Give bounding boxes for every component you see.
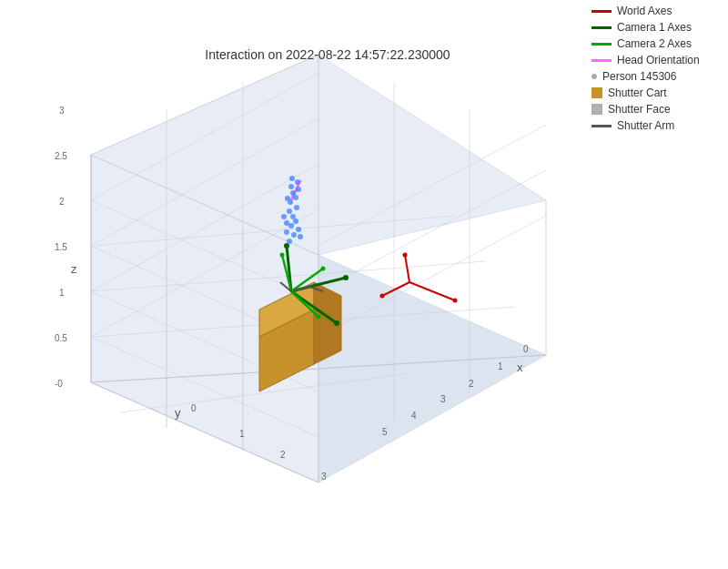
legend-label-person: Person 145306 [602, 70, 676, 83]
world-axes-icon [592, 10, 612, 13]
svg-line-61 [405, 255, 410, 282]
svg-line-60 [410, 282, 455, 300]
svg-point-78 [321, 267, 326, 271]
camera2-axes-icon [592, 43, 612, 46]
svg-text:z: z [71, 262, 77, 276]
svg-point-65 [380, 294, 385, 299]
svg-point-92 [287, 208, 292, 214]
3d-scene-svg: z -0 0.5 1 1.5 2 2.5 3 y 0 1 2 3 x 0 1 2… [0, 0, 592, 569]
legend-label-world-axes: World Axes [617, 5, 672, 17]
legend-label-shutter-arm: Shutter Arm [617, 119, 674, 132]
svg-text:1: 1 [239, 429, 245, 439]
camera1-axes-icon [592, 26, 612, 29]
legend-label-head-orientation: Head Orientation [617, 54, 700, 66]
svg-point-96 [290, 190, 296, 196]
svg-point-98 [285, 196, 290, 201]
shutter-cart-icon [592, 87, 602, 98]
legend-item-person: Person 145306 [592, 70, 714, 83]
shutter-face-icon [592, 104, 602, 115]
legend-item-shutter-face: Shutter Face [592, 103, 714, 116]
svg-point-87 [296, 227, 301, 232]
svg-text:2: 2 [280, 450, 286, 460]
svg-point-101 [289, 176, 295, 181]
svg-text:2: 2 [469, 379, 474, 389]
svg-text:0: 0 [523, 344, 529, 354]
svg-point-74 [284, 243, 289, 249]
legend-item-shutter-arm: Shutter Arm [592, 119, 714, 132]
svg-point-63 [453, 299, 458, 303]
svg-text:3: 3 [321, 472, 327, 482]
legend-label-shutter-face: Shutter Face [608, 103, 671, 116]
head-orientation-icon [592, 59, 612, 62]
svg-text:1: 1 [59, 288, 65, 298]
svg-point-97 [296, 187, 301, 192]
svg-text:1: 1 [498, 361, 503, 371]
legend-item-camera1-axes: Camera 1 Axes [592, 21, 714, 34]
main-container: z -0 0.5 1 1.5 2 2.5 3 y 0 1 2 3 x 0 1 2… [0, 0, 728, 569]
svg-text:5: 5 [382, 427, 388, 437]
svg-point-102 [284, 220, 289, 226]
svg-text:1.5: 1.5 [55, 242, 67, 252]
svg-point-73 [334, 320, 339, 326]
svg-point-103 [298, 234, 303, 239]
svg-point-86 [291, 232, 297, 238]
svg-point-85 [287, 239, 292, 244]
legend-label-camera1-axes: Camera 1 Axes [617, 21, 692, 34]
legend-item-world-axes: World Axes [592, 5, 714, 17]
svg-point-91 [290, 214, 296, 219]
svg-point-79 [317, 315, 321, 320]
legend-label-camera2-axes: Camera 2 Axes [617, 37, 692, 50]
legend-label-shutter-cart: Shutter Cart [608, 86, 667, 99]
svg-point-80 [280, 253, 285, 258]
person-icon [592, 74, 597, 79]
svg-text:-0: -0 [55, 379, 63, 389]
svg-text:2: 2 [59, 197, 65, 207]
svg-text:2.5: 2.5 [55, 151, 67, 161]
legend: World Axes Camera 1 Axes Camera 2 Axes H… [587, 0, 719, 140]
shutter-arm-icon [592, 125, 612, 127]
svg-point-95 [293, 195, 298, 200]
chart-title: Interaction on 2022-08-22 14:57:22.23000… [73, 47, 582, 62]
svg-point-100 [295, 179, 300, 185]
legend-item-head-orientation: Head Orientation [592, 54, 714, 66]
legend-item-shutter-cart: Shutter Cart [592, 86, 714, 99]
svg-point-90 [293, 218, 298, 224]
svg-point-93 [294, 205, 299, 210]
svg-point-72 [343, 275, 349, 280]
svg-text:3: 3 [440, 394, 446, 404]
svg-point-88 [284, 229, 289, 235]
svg-point-99 [288, 184, 294, 189]
svg-text:0.5: 0.5 [55, 333, 67, 343]
svg-text:x: x [517, 361, 523, 374]
svg-text:4: 4 [411, 411, 417, 421]
legend-item-camera2-axes: Camera 2 Axes [592, 37, 714, 50]
svg-text:0: 0 [191, 403, 197, 413]
svg-text:3: 3 [59, 106, 65, 116]
svg-text:y: y [175, 406, 181, 420]
svg-point-64 [403, 253, 408, 258]
svg-point-89 [288, 223, 294, 229]
svg-point-104 [281, 214, 287, 219]
